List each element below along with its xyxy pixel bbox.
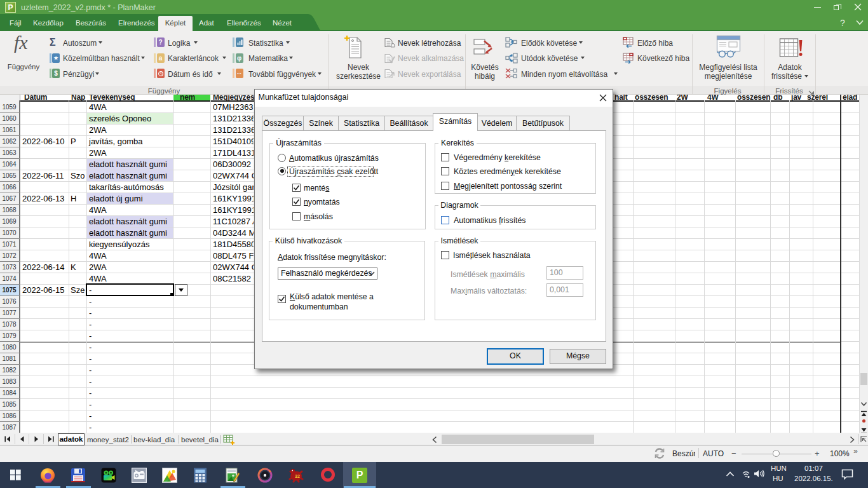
svg-text:32: 32 — [295, 474, 300, 478]
